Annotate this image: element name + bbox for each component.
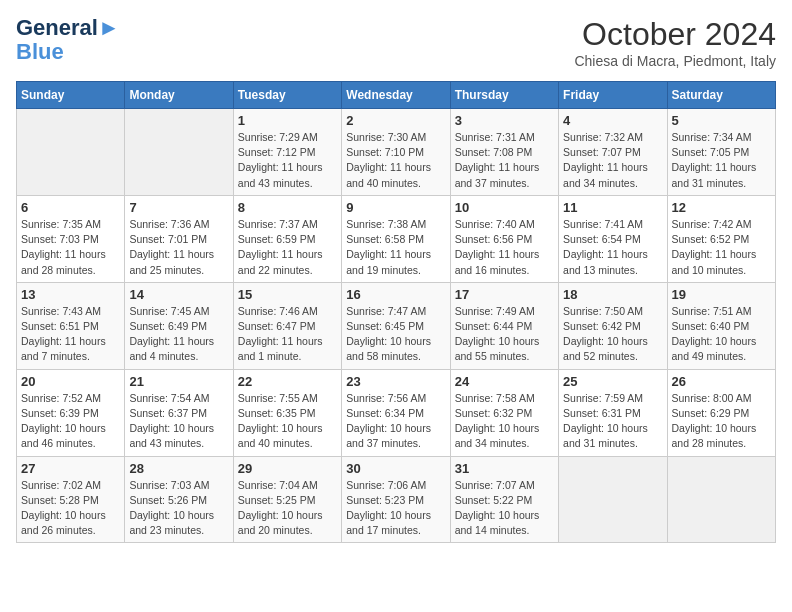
day-number: 18 (563, 287, 662, 302)
day-cell: 19Sunrise: 7:51 AM Sunset: 6:40 PM Dayli… (667, 282, 775, 369)
day-cell: 30Sunrise: 7:06 AM Sunset: 5:23 PM Dayli… (342, 456, 450, 543)
day-cell (125, 109, 233, 196)
day-info: Sunrise: 7:07 AM Sunset: 5:22 PM Dayligh… (455, 478, 554, 539)
day-number: 13 (21, 287, 120, 302)
day-info: Sunrise: 7:50 AM Sunset: 6:42 PM Dayligh… (563, 304, 662, 365)
day-info: Sunrise: 7:03 AM Sunset: 5:26 PM Dayligh… (129, 478, 228, 539)
day-info: Sunrise: 7:52 AM Sunset: 6:39 PM Dayligh… (21, 391, 120, 452)
day-cell: 14Sunrise: 7:45 AM Sunset: 6:49 PM Dayli… (125, 282, 233, 369)
calendar-header-row: SundayMondayTuesdayWednesdayThursdayFrid… (17, 82, 776, 109)
day-cell: 26Sunrise: 8:00 AM Sunset: 6:29 PM Dayli… (667, 369, 775, 456)
day-number: 5 (672, 113, 771, 128)
day-info: Sunrise: 7:30 AM Sunset: 7:10 PM Dayligh… (346, 130, 445, 191)
day-cell: 3Sunrise: 7:31 AM Sunset: 7:08 PM Daylig… (450, 109, 558, 196)
day-info: Sunrise: 8:00 AM Sunset: 6:29 PM Dayligh… (672, 391, 771, 452)
day-info: Sunrise: 7:42 AM Sunset: 6:52 PM Dayligh… (672, 217, 771, 278)
column-header-sunday: Sunday (17, 82, 125, 109)
day-number: 4 (563, 113, 662, 128)
day-number: 31 (455, 461, 554, 476)
day-cell: 6Sunrise: 7:35 AM Sunset: 7:03 PM Daylig… (17, 195, 125, 282)
day-number: 1 (238, 113, 337, 128)
day-cell: 4Sunrise: 7:32 AM Sunset: 7:07 PM Daylig… (559, 109, 667, 196)
day-info: Sunrise: 7:06 AM Sunset: 5:23 PM Dayligh… (346, 478, 445, 539)
day-number: 30 (346, 461, 445, 476)
day-cell: 7Sunrise: 7:36 AM Sunset: 7:01 PM Daylig… (125, 195, 233, 282)
day-number: 8 (238, 200, 337, 215)
day-number: 6 (21, 200, 120, 215)
day-cell: 10Sunrise: 7:40 AM Sunset: 6:56 PM Dayli… (450, 195, 558, 282)
day-number: 9 (346, 200, 445, 215)
day-info: Sunrise: 7:02 AM Sunset: 5:28 PM Dayligh… (21, 478, 120, 539)
day-info: Sunrise: 7:41 AM Sunset: 6:54 PM Dayligh… (563, 217, 662, 278)
day-number: 10 (455, 200, 554, 215)
week-row-3: 13Sunrise: 7:43 AM Sunset: 6:51 PM Dayli… (17, 282, 776, 369)
week-row-1: 1Sunrise: 7:29 AM Sunset: 7:12 PM Daylig… (17, 109, 776, 196)
day-cell: 21Sunrise: 7:54 AM Sunset: 6:37 PM Dayli… (125, 369, 233, 456)
day-cell: 11Sunrise: 7:41 AM Sunset: 6:54 PM Dayli… (559, 195, 667, 282)
day-number: 19 (672, 287, 771, 302)
day-number: 11 (563, 200, 662, 215)
column-header-saturday: Saturday (667, 82, 775, 109)
week-row-2: 6Sunrise: 7:35 AM Sunset: 7:03 PM Daylig… (17, 195, 776, 282)
day-info: Sunrise: 7:36 AM Sunset: 7:01 PM Dayligh… (129, 217, 228, 278)
day-info: Sunrise: 7:43 AM Sunset: 6:51 PM Dayligh… (21, 304, 120, 365)
day-cell: 28Sunrise: 7:03 AM Sunset: 5:26 PM Dayli… (125, 456, 233, 543)
day-cell: 12Sunrise: 7:42 AM Sunset: 6:52 PM Dayli… (667, 195, 775, 282)
day-info: Sunrise: 7:38 AM Sunset: 6:58 PM Dayligh… (346, 217, 445, 278)
column-header-friday: Friday (559, 82, 667, 109)
day-cell: 27Sunrise: 7:02 AM Sunset: 5:28 PM Dayli… (17, 456, 125, 543)
day-cell: 29Sunrise: 7:04 AM Sunset: 5:25 PM Dayli… (233, 456, 341, 543)
day-info: Sunrise: 7:49 AM Sunset: 6:44 PM Dayligh… (455, 304, 554, 365)
day-cell: 2Sunrise: 7:30 AM Sunset: 7:10 PM Daylig… (342, 109, 450, 196)
calendar-body: 1Sunrise: 7:29 AM Sunset: 7:12 PM Daylig… (17, 109, 776, 543)
column-header-thursday: Thursday (450, 82, 558, 109)
day-number: 14 (129, 287, 228, 302)
day-info: Sunrise: 7:47 AM Sunset: 6:45 PM Dayligh… (346, 304, 445, 365)
day-number: 28 (129, 461, 228, 476)
calendar-table: SundayMondayTuesdayWednesdayThursdayFrid… (16, 81, 776, 543)
day-number: 27 (21, 461, 120, 476)
week-row-4: 20Sunrise: 7:52 AM Sunset: 6:39 PM Dayli… (17, 369, 776, 456)
day-number: 20 (21, 374, 120, 389)
logo: General► Blue (16, 16, 120, 64)
page-header: General► Blue October 2024 Chiesa di Mac… (16, 16, 776, 69)
day-info: Sunrise: 7:56 AM Sunset: 6:34 PM Dayligh… (346, 391, 445, 452)
day-info: Sunrise: 7:04 AM Sunset: 5:25 PM Dayligh… (238, 478, 337, 539)
day-info: Sunrise: 7:37 AM Sunset: 6:59 PM Dayligh… (238, 217, 337, 278)
day-cell (667, 456, 775, 543)
day-number: 29 (238, 461, 337, 476)
day-number: 12 (672, 200, 771, 215)
day-number: 16 (346, 287, 445, 302)
day-info: Sunrise: 7:54 AM Sunset: 6:37 PM Dayligh… (129, 391, 228, 452)
day-info: Sunrise: 7:55 AM Sunset: 6:35 PM Dayligh… (238, 391, 337, 452)
day-cell: 8Sunrise: 7:37 AM Sunset: 6:59 PM Daylig… (233, 195, 341, 282)
day-number: 24 (455, 374, 554, 389)
day-number: 3 (455, 113, 554, 128)
day-cell: 23Sunrise: 7:56 AM Sunset: 6:34 PM Dayli… (342, 369, 450, 456)
day-cell: 18Sunrise: 7:50 AM Sunset: 6:42 PM Dayli… (559, 282, 667, 369)
day-info: Sunrise: 7:34 AM Sunset: 7:05 PM Dayligh… (672, 130, 771, 191)
day-info: Sunrise: 7:35 AM Sunset: 7:03 PM Dayligh… (21, 217, 120, 278)
day-number: 2 (346, 113, 445, 128)
logo-text: General► (16, 16, 120, 40)
week-row-5: 27Sunrise: 7:02 AM Sunset: 5:28 PM Dayli… (17, 456, 776, 543)
day-info: Sunrise: 7:46 AM Sunset: 6:47 PM Dayligh… (238, 304, 337, 365)
day-number: 21 (129, 374, 228, 389)
column-header-wednesday: Wednesday (342, 82, 450, 109)
day-info: Sunrise: 7:45 AM Sunset: 6:49 PM Dayligh… (129, 304, 228, 365)
day-cell: 25Sunrise: 7:59 AM Sunset: 6:31 PM Dayli… (559, 369, 667, 456)
day-cell (559, 456, 667, 543)
day-number: 25 (563, 374, 662, 389)
day-info: Sunrise: 7:58 AM Sunset: 6:32 PM Dayligh… (455, 391, 554, 452)
day-cell: 31Sunrise: 7:07 AM Sunset: 5:22 PM Dayli… (450, 456, 558, 543)
day-cell: 20Sunrise: 7:52 AM Sunset: 6:39 PM Dayli… (17, 369, 125, 456)
day-info: Sunrise: 7:32 AM Sunset: 7:07 PM Dayligh… (563, 130, 662, 191)
day-cell: 24Sunrise: 7:58 AM Sunset: 6:32 PM Dayli… (450, 369, 558, 456)
day-info: Sunrise: 7:40 AM Sunset: 6:56 PM Dayligh… (455, 217, 554, 278)
logo-subtext: Blue (16, 40, 120, 64)
day-number: 22 (238, 374, 337, 389)
day-cell: 9Sunrise: 7:38 AM Sunset: 6:58 PM Daylig… (342, 195, 450, 282)
column-header-monday: Monday (125, 82, 233, 109)
day-cell (17, 109, 125, 196)
location-subtitle: Chiesa di Macra, Piedmont, Italy (574, 53, 776, 69)
